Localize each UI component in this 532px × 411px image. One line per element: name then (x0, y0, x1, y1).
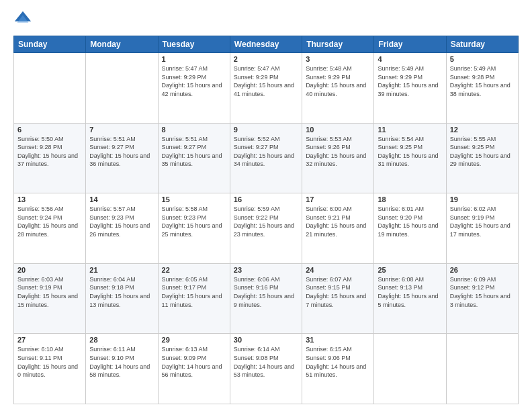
day-info: Sunrise: 5:48 AM (306, 64, 370, 73)
day-info: Daylight: 14 hours and 53 minutes. (234, 363, 298, 379)
day-number: 14 (89, 195, 154, 203)
day-info: Sunrise: 5:54 AM (378, 135, 442, 144)
day-info: Sunrise: 6:04 AM (89, 275, 154, 284)
day-info: Daylight: 14 hours and 51 minutes. (306, 363, 370, 379)
day-info: Sunset: 9:11 PM (17, 354, 82, 363)
page: SundayMondayTuesdayWednesdayThursdayFrid… (0, 0, 532, 411)
day-info: Sunset: 9:19 PM (450, 214, 515, 222)
day-info: Daylight: 15 hours and 21 minutes. (306, 222, 370, 238)
day-info: Sunrise: 5:53 AM (306, 135, 370, 144)
day-number: 10 (306, 126, 370, 134)
logo-icon (13, 10, 32, 29)
day-info: Daylight: 15 hours and 5 minutes. (378, 292, 442, 309)
day-info: Sunset: 9:29 PM (234, 73, 298, 82)
day-info: Daylight: 15 hours and 40 minutes. (306, 81, 370, 98)
day-info: Sunset: 9:29 PM (162, 73, 226, 82)
day-info: Daylight: 14 hours and 56 minutes. (162, 363, 226, 379)
calendar-cell: 13Sunrise: 5:56 AMSunset: 9:24 PMDayligh… (14, 193, 86, 264)
calendar-cell: 20Sunrise: 6:03 AMSunset: 9:19 PMDayligh… (14, 263, 86, 334)
week-row-3: 13Sunrise: 5:56 AMSunset: 9:24 PMDayligh… (14, 193, 519, 264)
calendar-cell: 25Sunrise: 6:08 AMSunset: 9:13 PMDayligh… (374, 263, 446, 334)
week-row-4: 20Sunrise: 6:03 AMSunset: 9:19 PMDayligh… (14, 263, 519, 334)
day-info: Sunset: 9:21 PM (306, 214, 370, 222)
calendar-table: SundayMondayTuesdayWednesdayThursdayFrid… (13, 36, 519, 404)
day-info: Sunset: 9:27 PM (89, 143, 154, 152)
day-info: Daylight: 15 hours and 31 minutes. (378, 152, 442, 169)
day-info: Sunrise: 5:59 AM (234, 205, 298, 214)
day-info: Sunset: 9:28 PM (17, 143, 82, 152)
week-row-1: 1Sunrise: 5:47 AMSunset: 9:29 PMDaylight… (14, 53, 519, 124)
day-info: Sunset: 9:12 PM (450, 283, 515, 292)
day-info: Daylight: 15 hours and 7 minutes. (306, 292, 370, 309)
day-info: Sunrise: 5:58 AM (162, 205, 226, 214)
calendar-cell: 9Sunrise: 5:52 AMSunset: 9:27 PMDaylight… (230, 123, 302, 193)
weekday-header-row: SundayMondayTuesdayWednesdayThursdayFrid… (14, 36, 519, 53)
day-info: Sunset: 9:25 PM (450, 143, 515, 152)
day-number: 21 (89, 266, 154, 274)
calendar-cell: 14Sunrise: 5:57 AMSunset: 9:23 PMDayligh… (86, 193, 158, 264)
calendar-cell (374, 334, 446, 404)
day-info: Sunrise: 5:51 AM (162, 135, 226, 144)
day-info: Sunrise: 6:01 AM (378, 205, 442, 214)
weekday-header-saturday: Saturday (446, 36, 518, 53)
day-info: Sunset: 9:10 PM (89, 354, 154, 363)
day-info: Sunset: 9:26 PM (306, 143, 370, 152)
calendar-cell: 6Sunrise: 5:50 AMSunset: 9:28 PMDaylight… (14, 123, 86, 193)
calendar-cell: 17Sunrise: 6:00 AMSunset: 9:21 PMDayligh… (302, 193, 374, 264)
day-number: 11 (378, 126, 442, 134)
day-number: 19 (450, 195, 515, 203)
logo (13, 10, 35, 29)
day-info: Sunrise: 6:10 AM (17, 345, 82, 354)
day-info: Sunrise: 5:47 AM (234, 64, 298, 73)
day-number: 8 (162, 126, 226, 134)
day-number: 4 (378, 55, 442, 63)
day-info: Sunrise: 6:00 AM (306, 205, 370, 214)
day-number: 9 (234, 126, 298, 134)
calendar-cell: 3Sunrise: 5:48 AMSunset: 9:29 PMDaylight… (302, 53, 374, 124)
day-info: Daylight: 15 hours and 3 minutes. (450, 292, 515, 309)
day-info: Sunrise: 6:13 AM (162, 345, 226, 354)
day-info: Sunset: 9:22 PM (234, 214, 298, 222)
day-info: Daylight: 15 hours and 23 minutes. (234, 222, 298, 238)
calendar-cell: 5Sunrise: 5:49 AMSunset: 9:28 PMDaylight… (446, 53, 518, 124)
day-info: Sunrise: 6:11 AM (89, 345, 154, 354)
weekday-header-tuesday: Tuesday (158, 36, 230, 53)
day-info: Sunset: 9:16 PM (234, 283, 298, 292)
day-info: Sunrise: 5:47 AM (162, 64, 226, 73)
weekday-header-thursday: Thursday (302, 36, 374, 53)
day-number: 7 (89, 126, 154, 134)
day-info: Daylight: 15 hours and 11 minutes. (162, 292, 226, 309)
day-number: 5 (450, 55, 515, 63)
day-number: 1 (162, 55, 226, 63)
day-info: Sunset: 9:17 PM (162, 283, 226, 292)
day-info: Sunset: 9:23 PM (89, 214, 154, 222)
day-info: Sunset: 9:29 PM (378, 73, 442, 82)
calendar-cell: 27Sunrise: 6:10 AMSunset: 9:11 PMDayligh… (14, 334, 86, 404)
day-info: Daylight: 15 hours and 28 minutes. (17, 222, 82, 238)
day-info: Sunrise: 6:14 AM (234, 345, 298, 354)
calendar-cell (14, 53, 86, 124)
day-number: 16 (234, 195, 298, 203)
calendar-cell (446, 334, 518, 404)
day-info: Sunrise: 5:57 AM (89, 205, 154, 214)
day-number: 22 (162, 266, 226, 274)
day-info: Sunrise: 5:55 AM (450, 135, 515, 144)
day-number: 6 (17, 126, 82, 134)
day-number: 12 (450, 126, 515, 134)
day-info: Daylight: 15 hours and 41 minutes. (234, 81, 298, 98)
day-number: 29 (162, 336, 226, 344)
calendar-cell: 24Sunrise: 6:07 AMSunset: 9:15 PMDayligh… (302, 263, 374, 334)
calendar-cell (86, 53, 158, 124)
calendar-cell: 28Sunrise: 6:11 AMSunset: 9:10 PMDayligh… (86, 334, 158, 404)
weekday-header-friday: Friday (374, 36, 446, 53)
week-row-5: 27Sunrise: 6:10 AMSunset: 9:11 PMDayligh… (14, 334, 519, 404)
day-info: Sunrise: 5:49 AM (450, 64, 515, 73)
day-number: 3 (306, 55, 370, 63)
day-info: Sunset: 9:18 PM (89, 283, 154, 292)
day-info: Sunrise: 5:51 AM (89, 135, 154, 144)
calendar-cell: 10Sunrise: 5:53 AMSunset: 9:26 PMDayligh… (302, 123, 374, 193)
day-info: Daylight: 15 hours and 35 minutes. (162, 152, 226, 169)
day-number: 28 (89, 336, 154, 344)
day-info: Daylight: 15 hours and 9 minutes. (234, 292, 298, 309)
calendar-cell: 21Sunrise: 6:04 AMSunset: 9:18 PMDayligh… (86, 263, 158, 334)
